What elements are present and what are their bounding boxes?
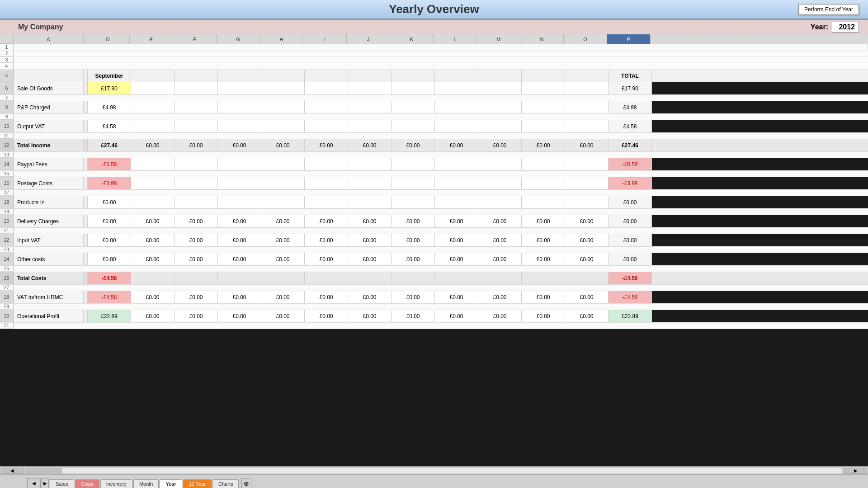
paypal-fees-val[interactable]: -£0.58: [88, 158, 131, 170]
input-vat-total: £0.00: [609, 234, 652, 246]
products-in-val[interactable]: £0.00: [88, 196, 131, 208]
tab-nav-left[interactable]: ◀: [27, 478, 41, 488]
products-in-total: £0.00: [609, 196, 652, 208]
row-23: 23: [0, 247, 868, 253]
row-22-input-vat: 22 Input VAT £0.00 £0.00 £0.00 £0.00 £0.…: [0, 234, 868, 247]
sale-of-goods-sep-val[interactable]: £17.90: [88, 82, 131, 94]
rownum-20: 20: [0, 215, 14, 227]
horizontal-scrollbar[interactable]: ◀ ▶: [0, 466, 868, 474]
postage-costs-label: Postage Costs: [14, 177, 84, 189]
total-income-label: Total Income: [14, 139, 84, 151]
row-2: 2: [0, 51, 868, 57]
rownum-26: 26: [0, 272, 14, 284]
total-income-e[interactable]: £0.00: [131, 139, 175, 151]
postage-costs-val[interactable]: -£3.98: [88, 177, 131, 189]
col-header-m: M: [477, 34, 520, 44]
other-costs-val[interactable]: £0.00: [88, 253, 131, 265]
rownum-3: 3: [0, 57, 14, 63]
tab-nav-right[interactable]: ▶: [42, 478, 49, 488]
tab-year[interactable]: Year: [160, 479, 182, 488]
row-7: 7: [0, 95, 868, 101]
month-header: September: [88, 70, 131, 82]
perform-eoy-button[interactable]: Perform End of Year: [798, 4, 859, 15]
company-row: My Company Year: 2012: [0, 20, 868, 34]
tab-costs[interactable]: Costs: [75, 479, 99, 488]
vat-hrmc-label: VAT to/from HRMC: [14, 291, 84, 303]
col-header-d: D: [86, 34, 130, 44]
rownum-4: 4: [0, 63, 14, 69]
tab-10year[interactable]: 10 Year: [183, 479, 212, 488]
scroll-right-btn[interactable]: ▶: [844, 468, 867, 474]
col-header-e: E: [130, 34, 173, 44]
row-9: 9: [0, 114, 868, 120]
total-costs-val[interactable]: -£4.56: [88, 272, 131, 284]
scroll-thumb[interactable]: [26, 468, 62, 474]
rownum-22: 22: [0, 234, 14, 246]
row5-label: [14, 70, 84, 82]
rownum-8: 8: [0, 101, 14, 113]
rownum-18: 18: [0, 196, 14, 208]
rownum-2: 2: [0, 51, 14, 56]
corner-cell: [0, 34, 14, 44]
output-vat-total: £4.58: [609, 120, 652, 132]
row-5-header: 5 September TOTAL: [0, 70, 868, 82]
total-costs-total: -£4.56: [609, 272, 652, 284]
tab-month[interactable]: Month: [133, 479, 159, 488]
rownum-5: 5: [0, 70, 14, 82]
sale-of-goods-total: £17.90: [609, 82, 652, 94]
rownum-10: 10: [0, 120, 14, 132]
row-11: 11: [0, 133, 868, 139]
column-headers: A D E F G H I J K L M N O P: [0, 34, 868, 44]
company-name: My Company: [18, 23, 811, 31]
delivery-charges-label: Delivery Charges: [14, 215, 84, 227]
row-4: 4: [0, 63, 868, 70]
vat-hrmc-val[interactable]: -£4.58: [88, 291, 131, 303]
col-header-j: J: [347, 34, 390, 44]
delivery-charges-val[interactable]: £0.00: [88, 215, 131, 227]
rownum-16: 16: [0, 177, 14, 189]
main-header: Yearly Overview Perform End of Year: [0, 0, 868, 20]
postage-costs-total: -£3.98: [609, 177, 652, 189]
total-header: TOTAL: [609, 70, 652, 82]
row-21: 21: [0, 228, 868, 234]
row-12-total-income: 12 Total Income £27.46 £0.00 £0.00 £0.00…: [0, 139, 868, 152]
rownum-28: 28: [0, 291, 14, 303]
tab-sales[interactable]: Sales: [50, 479, 74, 488]
row-14-paypal-fees: 14 Paypal Fees -£0.58 -£0.58: [0, 158, 868, 171]
pp-charged-val[interactable]: £4.98: [88, 101, 131, 113]
year-label: Year:: [811, 23, 828, 31]
year-value[interactable]: 2012: [832, 22, 859, 33]
rownum-12: 12: [0, 139, 14, 151]
col-header-a: A: [14, 34, 84, 44]
page-title: Yearly Overview: [389, 2, 479, 16]
rownum-7: 7: [0, 95, 14, 101]
spreadsheet-app: Yearly Overview Perform End of Year My C…: [0, 0, 868, 488]
row-27: 27: [0, 285, 868, 291]
col-header-l: L: [434, 34, 477, 44]
rownum-1: 1: [0, 44, 14, 50]
input-vat-label: Input VAT: [14, 234, 84, 246]
products-in-label: Products In: [14, 196, 84, 208]
row-29: 29: [0, 304, 868, 310]
row-26-total-costs: 26 Total Costs -£4.56 -£4.56: [0, 272, 868, 285]
col-header-h: H: [260, 34, 303, 44]
tab-charts[interactable]: Charts: [212, 479, 239, 488]
scroll-left-btn[interactable]: ◀: [1, 468, 24, 474]
row-13: 13: [0, 152, 868, 158]
add-sheet-btn[interactable]: ⊕: [241, 478, 251, 488]
input-vat-val[interactable]: £0.00: [88, 234, 131, 246]
row-24-other-costs: 24 Other costs £0.00 £0.00 £0.00 £0.00 £…: [0, 253, 868, 266]
row-25: 25: [0, 266, 868, 272]
col-header-k: K: [390, 34, 434, 44]
grid-area: 1 2 3 4 5 September: [0, 44, 868, 466]
row-16-postage-costs: 16 Postage Costs -£3.98 -£3.98: [0, 177, 868, 190]
rownum-30: 30: [0, 310, 14, 322]
op-profit-val[interactable]: £22.89: [88, 310, 131, 322]
tab-inventory[interactable]: Inventory: [100, 479, 132, 488]
scroll-track[interactable]: [25, 468, 843, 474]
total-income-val[interactable]: £27.46: [88, 139, 131, 151]
output-vat-val[interactable]: £4.58: [88, 120, 131, 132]
year-section: Year: 2012: [811, 22, 859, 33]
output-vat-label: Output VAT: [14, 120, 84, 132]
row-1: 1: [0, 44, 868, 51]
